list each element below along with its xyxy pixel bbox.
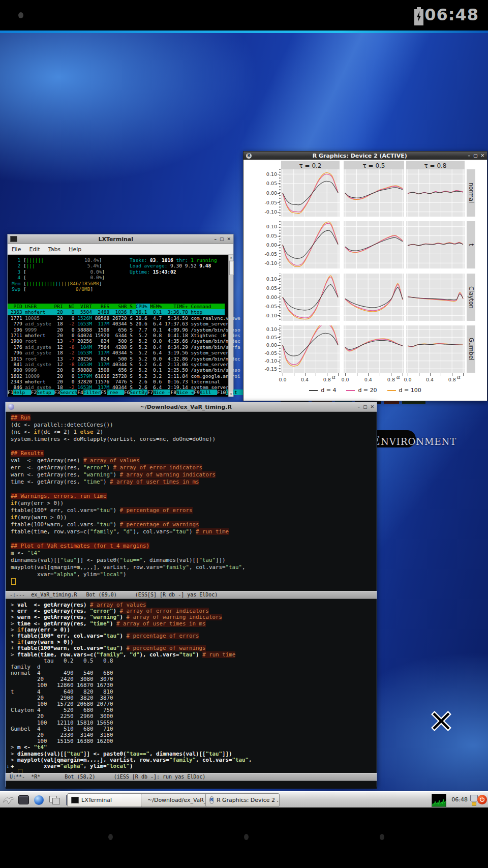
htop-process-row[interactable]: 1771 10085 20 0 1526M 89568 26720 S 20.6… (8, 315, 225, 321)
r-graphics-window: R R Graphics: Device 2 (ACTIVE) – ▢ ✕ τ … (243, 151, 487, 401)
y-tick-label: -0.05 (260, 200, 277, 205)
htop-process-row[interactable]: 2343 mhofert 20 0 32820 11576 7476 S 2.6… (8, 379, 225, 384)
file-manager-icon[interactable] (17, 794, 30, 806)
scroll-down-icon[interactable]: ▼ (229, 392, 233, 397)
y-tick (278, 306, 280, 307)
fnkey-f10[interactable]: F10 (217, 390, 226, 395)
emacs-source-buffer[interactable]: ## Run(dc <- parallel::detectCores())(nc… (6, 412, 377, 591)
menu-item-help[interactable]: Help (69, 246, 81, 253)
x-axis-label: α (396, 374, 400, 380)
scroll-up-icon[interactable]: ▲ (229, 255, 233, 260)
y-tick (278, 297, 280, 298)
y-tick-label: 0.05 (260, 181, 277, 186)
console-line: 100 12110 15810 15650 (11, 720, 377, 726)
x-tick (357, 373, 357, 376)
fnkey-f8[interactable]: F8 (170, 390, 176, 395)
maximize-button[interactable]: ▢ (363, 405, 368, 409)
y-tick-label: -0.15 (260, 366, 277, 372)
menu-item-edit[interactable]: Edit (29, 246, 40, 253)
plot-panel (406, 169, 465, 217)
y-tick-label: 0.00 (260, 190, 277, 196)
x-tick (305, 373, 306, 376)
nav-back-dot[interactable] (108, 834, 113, 840)
minimize-button[interactable]: – (214, 237, 217, 242)
r-graphics-titlebar[interactable]: R R Graphics: Device 2 (ACTIVE) – ▢ ✕ (243, 152, 487, 160)
browser-icon[interactable] (33, 794, 45, 806)
lxde-menu-icon[interactable] (2, 794, 15, 806)
screenlock-icon[interactable] (470, 795, 478, 805)
fnkey-f1[interactable]: F1 (8, 390, 13, 395)
code-line: (dc <- parallel::detectCores()) (11, 422, 377, 429)
code-line: mayplot(val[qmargin=m,,,,], varList, row… (11, 564, 377, 571)
console-line: 100 15720 20680 20770 (11, 701, 377, 707)
android-status-bar: 06:48 (0, 0, 488, 31)
y-tick (278, 212, 280, 213)
cpu-monitor[interactable] (432, 794, 446, 807)
htop-process-row[interactable]: 841 aid_syste 12 -8 1653M 117M 40344 S 5… (8, 362, 225, 367)
legend-item: d = 100 (387, 387, 421, 394)
minimize-button[interactable]: – (357, 405, 360, 409)
htop-info-line: Tasks: 83, 1016 thr; 1 running (130, 257, 217, 263)
legend-item: d = 20 (346, 387, 377, 394)
taskbar-task-3[interactable]: RR Graphics: Device 2 ... (205, 793, 280, 807)
htop-process-row[interactable]: 779 aid_syste 18 -2 1653M 117M 40344 S 2… (8, 321, 225, 326)
htop-process-row[interactable]: 1711 mhofert 20 0 64024 15920 6344 S 5.2… (8, 333, 225, 338)
terminal-scrollbar[interactable]: ▲ ▼ (228, 255, 233, 397)
scrollbar-thumb[interactable] (229, 261, 234, 275)
htop-process-row[interactable]: 1915 root 13 -7 20256 824 500 S 5.2 0.0 … (8, 356, 225, 362)
maximize-button[interactable]: ▢ (473, 154, 478, 158)
taskbar-task-2[interactable]: ~/Download/ex_VaR_... (141, 793, 210, 807)
window-title: R Graphics: Device 2 (ACTIVE) (254, 153, 465, 159)
htop-process-row[interactable]: 1602 10009 20 0 1579M 61016 25728 S 5.2 … (8, 373, 225, 379)
fnkey-f9[interactable]: F9 (194, 390, 199, 395)
x-tick-label: 0.0 (401, 377, 414, 382)
minimize-button[interactable]: – (468, 154, 470, 158)
x-tick (403, 373, 403, 376)
console-line: > dimnames(val)[["tau"]] <- paste0("tau=… (11, 751, 377, 757)
maximize-button[interactable]: ▢ (220, 237, 224, 242)
taskbar-task-1[interactable]: LXTerminal (67, 793, 145, 807)
y-tick-label: 0.10 (260, 224, 277, 229)
htop-process-table: PID USER PRI NI VIRT RES SHR S CPU% MEM%… (8, 304, 225, 391)
menu-item-tabs[interactable]: Tabs (48, 246, 60, 253)
emacs-minibuffer[interactable] (6, 781, 377, 789)
x-tick-label: 0.0 (276, 377, 289, 382)
console-line: > mayplot(val[qmargin=m,,,,], varList, r… (11, 757, 377, 763)
fnkey-f3[interactable]: F3 (54, 390, 60, 395)
code-line: xvar="alpha", ylim="local") (11, 571, 377, 578)
terminal-screen[interactable]: 1 [|||||| 18.4%] 2 [||| 5.4%] 3 [ 0.0%] … (8, 255, 233, 397)
close-button[interactable]: ✕ (480, 154, 484, 158)
logout-power-icon[interactable] (477, 795, 487, 804)
android-nav-bar (0, 807, 488, 868)
htop-process-row[interactable]: 196 9999 20 0 58888 1508 656 S 7.7 0.1 4… (8, 327, 225, 333)
htop-process-row[interactable]: 176 aid_syste 12 -8 104M 7564 4288 S 5.2… (8, 344, 225, 350)
htop-process-row[interactable]: 2363 mhofert 20 0 5504 2468 1036 R 36.1 … (8, 309, 225, 315)
fnkey-f6[interactable]: F6 (124, 390, 130, 395)
fnkey-f5[interactable]: F5 (101, 390, 106, 395)
fnkey-f4[interactable]: F4 (77, 390, 83, 395)
htop-meter-line: Swp [ 0/0MB] (12, 286, 105, 292)
y-tick (278, 330, 280, 330)
htop-process-row[interactable]: 900 9999 20 0 58888 1508 656 S 5.2 0.1 2… (8, 367, 225, 373)
x-tick (316, 373, 316, 376)
htop-process-row[interactable]: 1900 root 13 -7 20256 824 500 S 5.2 0.0 … (8, 338, 225, 344)
close-button[interactable]: ✕ (370, 405, 374, 409)
y-tick-label: 0.10 (260, 326, 277, 332)
console-line: 20 2420 3080 3070 (11, 676, 377, 682)
code-line: ftable(time, row.vars=c("family", "d"), … (11, 528, 377, 535)
htop-table-header[interactable]: PID USER PRI NI VIRT RES SHR S CPU% MEM%… (8, 304, 225, 309)
fnkey-f7[interactable]: F7 (147, 390, 153, 395)
emacs-titlebar[interactable]: ~/Download/ex_VaR_timing.R – ▢ ✕ (6, 402, 377, 412)
emacs-r-console-buffer[interactable]: > val <- getArray(res) # array of values… (6, 599, 377, 773)
menu-item-file[interactable]: File (12, 246, 21, 253)
plot-panel (281, 325, 340, 373)
iconify-windows-icon[interactable] (48, 794, 60, 806)
nav-home-dot[interactable] (244, 834, 249, 840)
close-button[interactable]: ✕ (227, 237, 231, 242)
taskbar-clock[interactable]: 06:48 (451, 796, 468, 803)
htop-function-keys[interactable]: F1Help F2Setup F3SearchF4FilterF5Tree F6… (8, 390, 225, 395)
nav-recents-dot[interactable] (380, 834, 384, 840)
fnkey-f2[interactable]: F2 (31, 390, 37, 395)
htop-process-row[interactable]: 796 aid_syste 18 -2 1653M 117M 40344 S 5… (8, 350, 225, 355)
lxterminal-titlebar[interactable]: LXTerminal – ▢ ✕ (8, 234, 233, 244)
